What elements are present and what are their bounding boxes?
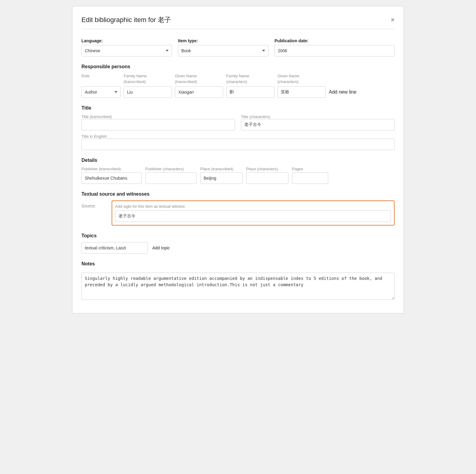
notes-section-title: Notes — [81, 261, 395, 267]
close-button[interactable]: × — [391, 17, 395, 23]
pages-label: Pages — [292, 167, 328, 171]
publisher-transcribed-label: Publisher (transcribed) — [81, 167, 142, 171]
sigle-hint: Add sigle for this item as textual witne… — [115, 204, 391, 209]
col-header-family-transcribed: Family Name (transcribed) — [124, 73, 172, 85]
pages-group: Pages — [292, 167, 328, 184]
title-section-title: Title — [81, 105, 395, 111]
resp-row: AuthorEditorTranslatorContributor Add ne… — [81, 86, 395, 98]
col-header-given-transcribed: Given Name (transcribed) — [175, 73, 223, 85]
publisher-characters-label: Publisher (characters) — [145, 167, 197, 171]
place-transcribed-group: Place (transcribed) — [200, 167, 243, 184]
sigle-container: Add sigle for this item as textual witne… — [112, 200, 395, 226]
col-header-role: Role — [81, 73, 121, 79]
resp-header: Role Family Name (transcribed) Given Nam… — [81, 73, 395, 85]
publisher-transcribed-input[interactable] — [81, 172, 142, 184]
notes-section: Notes Singularly highly readable argumen… — [81, 261, 395, 301]
details-section: Details Publisher (transcribed) Publishe… — [81, 158, 395, 184]
title-characters-label: Title (characters) — [241, 114, 395, 119]
textual-row: Source: Add sigle for this item as textu… — [81, 200, 395, 226]
add-new-line-button[interactable]: Add new line — [329, 89, 357, 95]
top-fields: Language: ChineseEnglishFrenchGermanJapa… — [81, 38, 395, 56]
title-english-row: Title in English — [81, 134, 395, 150]
family-name-characters-cell — [226, 86, 274, 98]
publisher-transcribed-group: Publisher (transcribed) — [81, 167, 142, 184]
modal-title-subject: 老子 — [158, 16, 171, 24]
place-transcribed-label: Place (transcribed) — [200, 167, 243, 171]
language-select[interactable]: ChineseEnglishFrenchGermanJapanese — [81, 45, 172, 56]
topics-row: Add topic — [81, 242, 395, 254]
given-name-characters-input[interactable] — [278, 86, 326, 98]
title-english-input[interactable] — [81, 139, 395, 150]
language-field-group: Language: ChineseEnglishFrenchGermanJapa… — [81, 38, 172, 56]
modal-title-prefix: Edit bibliographic item for — [81, 16, 158, 24]
responsible-persons-section: Responsible persons Role Family Name (tr… — [81, 64, 395, 98]
title-characters-input[interactable] — [241, 119, 395, 130]
topics-section: Topics Add topic — [81, 233, 395, 254]
title-section: Title Title (transcribed) Title (charact… — [81, 105, 395, 150]
role-select[interactable]: AuthorEditorTranslatorContributor — [81, 86, 121, 98]
topics-input[interactable] — [81, 242, 148, 254]
add-topic-button[interactable]: Add topic — [152, 245, 170, 250]
given-name-transcribed-cell — [175, 86, 223, 98]
details-row: Publisher (transcribed) Publisher (chara… — [81, 167, 395, 184]
pub-date-input[interactable] — [274, 45, 395, 56]
col-header-given-characters: Given Name (characters) — [278, 73, 326, 85]
given-name-transcribed-input[interactable] — [175, 86, 223, 98]
pages-input[interactable] — [292, 172, 328, 184]
pub-date-label: Publication date: — [274, 38, 395, 43]
responsible-persons-title: Responsible persons — [81, 64, 395, 69]
family-name-transcribed-input[interactable] — [124, 86, 172, 98]
topics-section-title: Topics — [81, 233, 395, 239]
item-type-field-group: Item type: BookArticleJournalChapter — [178, 38, 268, 56]
family-name-transcribed-cell — [124, 86, 172, 98]
notes-textarea[interactable]: Singularly highly readable argumentative… — [81, 273, 395, 300]
edit-modal: Edit bibliographic item for 老子 × Languag… — [72, 6, 404, 313]
pub-date-field-group: Publication date: — [274, 38, 395, 56]
title-english-label: Title in English — [81, 134, 395, 139]
sigle-input[interactable] — [115, 210, 391, 222]
language-label: Language: — [81, 38, 172, 43]
title-transcribed-label: Title (transcribed) — [81, 114, 235, 119]
details-section-title: Details — [81, 158, 395, 163]
title-english-group: Title in English — [81, 134, 395, 150]
col-header-family-characters: Family Name (characters) — [226, 73, 274, 85]
title-transcribed-group: Title (transcribed) — [81, 114, 235, 130]
textual-section: Textual source and witnesses Source: Add… — [81, 191, 395, 226]
place-characters-group: Place (characters) — [246, 167, 288, 184]
item-type-label: Item type: — [178, 38, 268, 43]
place-characters-input[interactable] — [246, 172, 288, 184]
source-label: Source: — [81, 200, 106, 208]
title-characters-group: Title (characters) — [241, 114, 395, 130]
textual-section-title: Textual source and witnesses — [81, 191, 395, 197]
modal-title: Edit bibliographic item for 老子 — [81, 15, 171, 24]
title-transcribed-input[interactable] — [81, 119, 235, 130]
title-row: Title (transcribed) Title (characters) — [81, 114, 395, 130]
publisher-characters-group: Publisher (characters) — [145, 167, 197, 184]
role-cell: AuthorEditorTranslatorContributor — [81, 86, 121, 98]
publisher-characters-input[interactable] — [145, 172, 197, 184]
place-characters-label: Place (characters) — [246, 167, 288, 171]
modal-header: Edit bibliographic item for 老子 × — [81, 15, 395, 29]
item-type-select[interactable]: BookArticleJournalChapter — [178, 45, 268, 56]
family-name-characters-input[interactable] — [226, 86, 274, 98]
given-name-characters-cell — [278, 86, 326, 98]
add-new-line-cell: Add new line — [329, 89, 395, 95]
place-transcribed-input[interactable] — [200, 172, 243, 184]
